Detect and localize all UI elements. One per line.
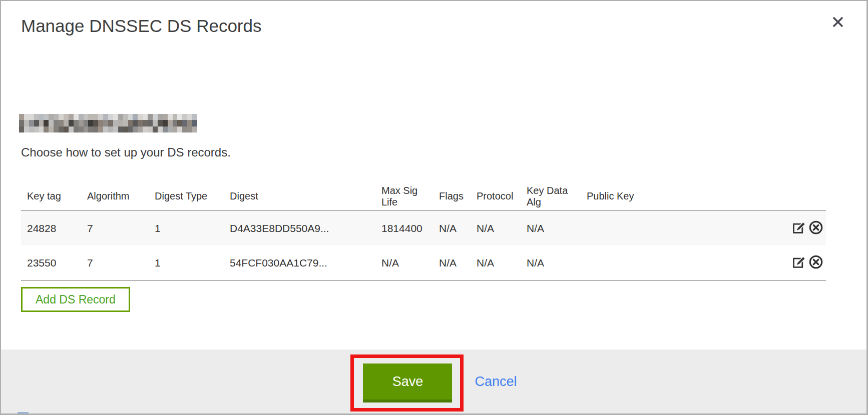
edit-icon: [792, 254, 807, 271]
circle-x-icon: [808, 220, 823, 236]
delete-record-button[interactable]: [808, 220, 824, 236]
cell-key-tag: 23550: [21, 246, 81, 280]
edit-icon: [792, 220, 807, 236]
cell-key-tag: 24828: [21, 210, 81, 246]
cell-algorithm: 7: [81, 246, 149, 280]
circle-x-icon: [808, 254, 823, 271]
instructions-text: Choose how to set up your DS records.: [21, 146, 231, 160]
cell-max-sig-life: N/A: [375, 246, 433, 280]
dialog-footer: Save Cancel: [1, 350, 866, 414]
cell-actions: [731, 246, 826, 280]
cancel-link[interactable]: Cancel: [475, 374, 517, 390]
cell-max-sig-life: 1814400: [375, 210, 433, 246]
cell-key-data-alg: N/A: [521, 246, 581, 280]
annotation-highlight-box: Save: [350, 354, 464, 412]
cell-key-data-alg: N/A: [521, 210, 581, 246]
table-row: 23550 7 1 54FCF030AA1C79... N/A N/A N/A …: [21, 246, 826, 280]
cell-flags: N/A: [433, 210, 471, 246]
save-button[interactable]: Save: [363, 364, 452, 402]
column-header-protocol: Protocol: [471, 182, 521, 210]
table-header-row: Key tag Algorithm Digest Type Digest Max…: [21, 182, 826, 210]
column-header-digest-type: Digest Type: [149, 182, 224, 210]
column-header-public-key: Public Key: [581, 182, 731, 210]
cell-algorithm: 7: [81, 210, 149, 246]
column-header-digest: Digest: [224, 182, 375, 210]
edit-record-button[interactable]: [791, 255, 807, 271]
cell-digest: 54FCF030AA1C79...: [224, 246, 375, 280]
cell-digest: D4A33E8DD550A9...: [224, 210, 375, 246]
cell-public-key: [581, 246, 731, 280]
column-header-algorithm: Algorithm: [81, 182, 149, 210]
cell-digest-type: 1: [149, 246, 224, 280]
ds-records-table: Key tag Algorithm Digest Type Digest Max…: [21, 182, 826, 281]
column-header-max-sig-life: Max Sig Life: [375, 182, 433, 210]
cell-public-key: [581, 210, 731, 246]
close-button[interactable]: [829, 14, 846, 31]
cell-digest-type: 1: [149, 210, 224, 246]
column-header-flags: Flags: [433, 182, 471, 210]
table-row: 24828 7 1 D4A33E8DD550A9... 1814400 N/A …: [21, 210, 826, 246]
cell-actions: [731, 210, 826, 246]
cell-protocol: N/A: [471, 210, 521, 246]
dialog-title: Manage DNSSEC DS Records: [21, 16, 261, 36]
column-header-key-tag: Key tag: [21, 182, 81, 210]
manage-dnssec-dialog: Manage DNSSEC DS Records Choose how to s…: [0, 0, 868, 415]
close-icon: [830, 14, 845, 31]
delete-record-button[interactable]: [808, 255, 824, 271]
cell-protocol: N/A: [471, 246, 521, 280]
edit-record-button[interactable]: [791, 220, 807, 236]
column-header-actions: [731, 182, 826, 210]
redacted-domain-name: [19, 114, 197, 132]
add-ds-record-button[interactable]: Add DS Record: [21, 287, 130, 312]
column-header-key-data-alg: Key Data Alg: [521, 182, 581, 210]
background-page-fragment: [18, 412, 29, 415]
cell-flags: N/A: [433, 246, 471, 280]
